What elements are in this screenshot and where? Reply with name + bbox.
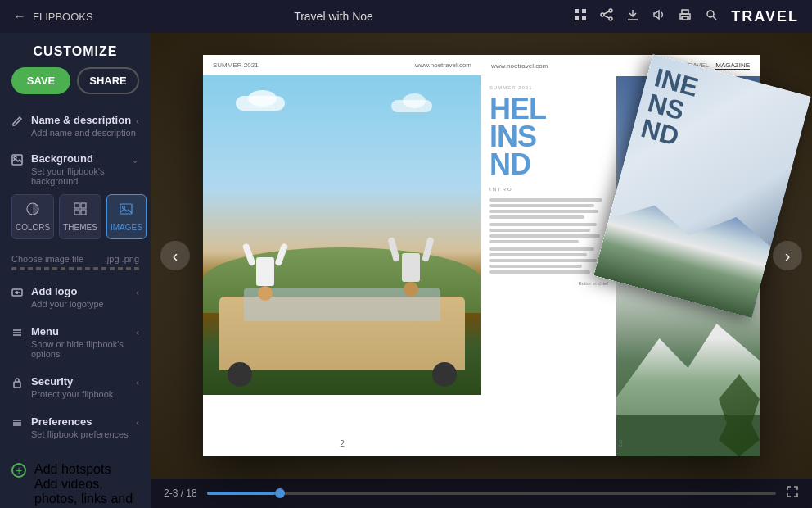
grid-icon[interactable]: ​ [574,8,587,25]
sidebar-title: CUSTOMIZE [0,33,151,67]
svg-rect-2 [575,16,579,20]
sidebar: CUSTOMIZE SAVE SHARE Name & description … [0,33,151,508]
sidebar-item-background: Background Set your flipbook's backgroun… [0,146,151,247]
volume-icon[interactable] [652,8,665,25]
editor-label: Editor in chief [489,280,608,288]
left-page-number: 2 [340,439,345,448]
name-description-title: Name & description [31,114,136,126]
share-button[interactable]: SHARE [77,67,139,94]
content-area: ‹ SUMMER 2021 www.noetravel.com [151,33,812,508]
topbar-actions: ​ TRAVEL [574,8,799,25]
text-line-10 [489,253,587,256]
themes-icon [73,202,88,220]
svg-rect-1 [582,9,586,13]
back-nav[interactable]: ← FLIPBOOKS [13,9,93,24]
svg-line-13 [713,16,716,20]
themes-button[interactable]: THEMES [59,194,102,239]
security-title: Security [31,375,136,388]
main-layout: CUSTOMIZE SAVE SHARE Name & description … [0,33,812,508]
sidebar-item-security[interactable]: Security Protect your flipbook ‹ [0,367,151,407]
big-title: HEL INS ND [489,95,608,179]
menu-title: Menu [31,325,136,338]
title-line-1: HEL [489,95,608,123]
name-description-chevron: ‹ [136,116,139,127]
print-icon[interactable] [679,8,692,25]
sidebar-item-add-logo[interactable]: Add logo Add your logotype ‹ [0,277,151,317]
text-line-1 [489,198,602,202]
preferences-subtitle: Set flipbook preferences [31,429,136,439]
svg-point-5 [601,13,604,16]
background-options: COLORS THEMES IMAGES [11,194,139,239]
sidebar-item-preferences[interactable]: Preferences Set flipbook preferences ‹ [0,407,151,447]
fullscreen-icon[interactable] [786,485,799,501]
text-line-7 [489,234,600,238]
summer-label: SUMMER 2021 [489,84,608,92]
preferences-chevron: ‹ [136,417,139,429]
background-chevron: ⌄ [131,154,139,166]
text-line-3 [489,210,598,213]
add-hotspots-subtitle: Add videos, photos, links and audio file… [34,477,139,508]
images-button[interactable]: IMAGES [106,194,147,239]
left-page-header-url: www.noetravel.com [415,61,471,69]
topbar: ← FLIPBOOKS Travel with Noe ​ TRAVEL [0,0,812,33]
colors-button[interactable]: COLORS [11,194,54,239]
text-line-9 [489,247,594,251]
back-arrow-icon: ← [13,9,26,24]
svg-rect-18 [81,203,86,208]
sky-background [203,75,481,395]
right-page-header-url: www.noetravel.com [491,62,548,70]
flipbooks-label: FLIPBOOKS [33,11,93,23]
cloud-1-top [248,90,277,107]
background-icon [11,154,23,169]
svg-rect-3 [582,16,586,20]
bottom-bar: 2-3 / 18 [151,479,812,508]
svg-point-6 [609,17,612,20]
wheel-right [432,362,457,387]
left-page-header-date: SUMMER 2021 [213,61,259,69]
svg-point-4 [609,9,612,12]
magnify-icon[interactable] [705,8,718,25]
image-preview[interactable] [11,267,139,270]
title-line-3: ND [489,151,608,179]
sidebar-item-add-hotspots[interactable]: + Add hotspots Add videos, photos, links… [0,454,151,508]
svg-point-22 [123,206,125,209]
add-logo-subtitle: Add your logotype [31,299,136,309]
name-description-content: Name & description Add name and descript… [31,114,136,138]
themes-label: THEMES [63,223,97,232]
sidebar-item-name-description[interactable]: Name & description Add name and descript… [0,106,151,146]
preferences-title: Preferences [31,415,136,428]
images-label: IMAGES [111,223,142,232]
download-icon[interactable] [626,8,639,25]
security-chevron: ‹ [136,377,139,388]
svg-rect-20 [81,210,86,215]
text-line-2 [489,204,594,207]
colors-label: COLORS [16,223,50,232]
colors-icon [25,202,40,220]
prev-page-button[interactable]: ‹ [160,241,190,270]
add-logo-chevron: ‹ [136,287,139,298]
wheel-left [228,362,252,387]
cloud-2-top [403,93,426,108]
share-icon[interactable] [600,8,613,25]
progress-track[interactable] [207,492,776,495]
left-page: SUMMER 2021 www.noetravel.com [203,55,481,456]
name-description-subtitle: Add name and description [31,128,136,138]
svg-line-8 [604,16,609,18]
title-line-2: INS [489,123,608,151]
images-icon [119,202,133,220]
text-line-11 [489,259,597,262]
svg-point-12 [707,11,714,17]
svg-rect-0 [575,9,579,13]
svg-rect-27 [14,382,20,388]
sidebar-buttons: SAVE SHARE [0,67,151,106]
svg-rect-21 [120,204,132,214]
menu-subtitle: Show or hide flipbook's options [31,339,136,359]
progress-thumb[interactable] [275,488,285,498]
sidebar-item-menu[interactable]: Menu Show or hide flipbook's options ‹ [0,317,151,367]
flipbook-area: ‹ SUMMER 2021 www.noetravel.com [151,33,812,479]
choose-image-label: Choose image file .jpg .png [0,247,151,267]
next-page-button[interactable]: › [773,241,802,270]
intro-label: INTRO [489,186,608,193]
save-button[interactable]: SAVE [11,67,70,94]
brand-logo: TRAVEL [731,8,799,25]
